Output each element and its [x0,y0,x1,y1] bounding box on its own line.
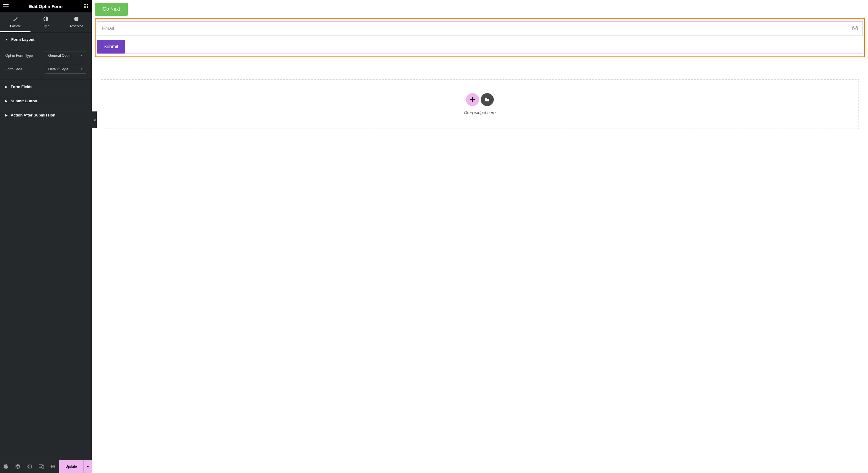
drop-zone-icons [101,93,859,106]
preview-icon[interactable] [47,460,59,473]
update-button-group: Update [59,460,92,473]
section-title-action-after: Action After Submission [11,113,55,117]
chevron-down-icon: ▼ [81,54,83,57]
svg-rect-8 [87,6,88,7]
section-title-form-layout: Form Layout [11,37,35,42]
svg-rect-11 [87,7,88,8]
select-form-style[interactable]: Default Style ▼ [45,65,86,74]
section-header-submit-button[interactable]: ▶ Submit Button [0,94,92,108]
chevron-down-icon: ▼ [81,68,83,71]
add-widget-button[interactable] [466,93,479,106]
svg-rect-10 [86,7,86,8]
svg-rect-6 [84,6,85,7]
update-dropdown-toggle[interactable] [84,460,92,473]
section-submit-button: ▶ Submit Button [0,94,92,108]
tab-content-label: Content [10,25,21,28]
caret-right-icon: ▶ [5,99,8,103]
layers-icon[interactable] [12,460,24,473]
section-header-form-fields[interactable]: ▶ Form Fields [0,80,92,94]
optin-form-inner: Submit [97,21,863,54]
envelope-icon [852,26,858,32]
tab-advanced[interactable]: Advanced [61,12,92,32]
widget-drop-zone[interactable]: Drag widget here [101,79,859,129]
section-title-form-fields: Form Fields [11,85,33,89]
section-body-form-layout: Opt-in Form Type General Opt-in ▼ Form S… [0,51,92,79]
svg-rect-4 [86,4,86,5]
section-header-action-after[interactable]: ▶ Action After Submission [0,108,92,122]
caret-right-icon: ▶ [5,85,8,89]
submit-button[interactable]: Submit [97,40,125,54]
grid-icon[interactable] [83,3,89,9]
svg-rect-2 [3,8,8,8]
update-button-label: Update [65,465,77,469]
email-input[interactable] [97,22,863,36]
collapse-sidebar-tab[interactable]: ◀ [92,111,97,128]
label-form-style: Form Style [5,67,23,71]
svg-rect-9 [84,7,85,8]
svg-rect-16 [470,99,475,100]
section-form-fields: ▶ Form Fields [0,80,92,94]
optin-form-widget-selected[interactable]: Submit [95,18,865,57]
tab-style-label: Style [42,25,49,28]
svg-rect-3 [84,4,85,5]
select-form-style-value: Default Style [48,67,68,71]
sidebar-header: Edit Optin Form [0,0,92,12]
sidebar-panel: Edit Optin Form Content Style Advanced ▼… [0,0,92,473]
template-library-button[interactable] [481,93,494,106]
bottom-bar: Update [0,460,92,473]
submit-button-label: Submit [103,44,118,49]
label-form-type: Opt-in Form Type [5,54,33,58]
go-next-label: Go Next [103,6,120,11]
select-form-type[interactable]: General Opt-in ▼ [45,51,86,60]
control-form-style: Form Style Default Style ▼ [5,65,86,74]
email-field-wrap [97,22,863,36]
tab-advanced-label: Advanced [70,25,83,28]
history-icon[interactable] [24,460,35,473]
go-next-button[interactable]: Go Next [95,3,128,16]
settings-icon[interactable] [0,460,12,473]
caret-right-icon: ▶ [5,113,8,117]
tab-style[interactable]: Style [30,12,61,32]
section-form-layout: ▼ Form Layout Opt-in Form Type General O… [0,33,92,80]
sidebar-tabs: Content Style Advanced [0,12,92,33]
drop-zone-text: Drag widget here [101,110,859,115]
section-action-after: ▶ Action After Submission [0,108,92,123]
select-form-type-value: General Opt-in [48,54,71,58]
control-form-type: Opt-in Form Type General Opt-in ▼ [5,51,86,60]
sidebar-title: Edit Optin Form [9,4,83,9]
hamburger-icon[interactable] [3,3,9,9]
update-button[interactable]: Update [59,460,84,473]
tab-content[interactable]: Content [0,12,30,32]
responsive-icon[interactable] [35,460,47,473]
svg-rect-1 [3,6,8,6]
editor-canvas: Go Next Submit Drag widget here [92,0,868,473]
svg-rect-14 [42,466,44,468]
section-header-form-layout[interactable]: ▼ Form Layout [0,33,92,46]
caret-down-icon: ▼ [5,38,8,41]
svg-rect-5 [87,4,88,5]
section-title-submit-button: Submit Button [11,99,37,103]
svg-rect-7 [86,6,86,7]
svg-rect-0 [3,4,8,5]
